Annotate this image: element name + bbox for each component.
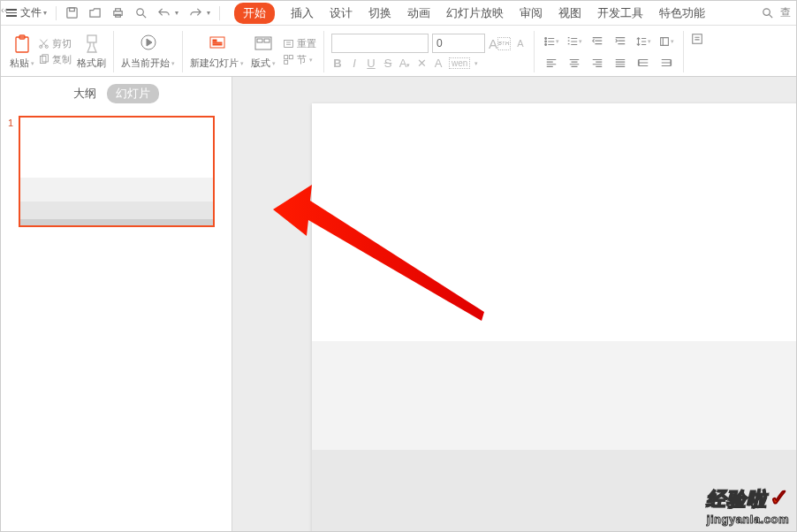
format-painter-icon[interactable] [81,34,102,55]
italic-button[interactable]: I [348,57,361,70]
svg-point-28 [545,43,547,45]
decrease-indent-button[interactable] [588,32,607,51]
text-align-vertical-button[interactable] [691,33,703,45]
play-icon[interactable] [138,34,159,55]
increase-indent-button[interactable] [611,32,630,51]
bold-button[interactable]: B [331,57,344,70]
svg-rect-13 [87,35,96,42]
svg-rect-20 [257,39,262,42]
file-menu[interactable]: 文件 [20,5,42,20]
slide-panel: ‹‹ 大纲 幻灯片 1 [1,77,232,532]
svg-point-6 [763,9,770,16]
decrease-font-icon[interactable]: A [514,38,527,49]
svg-rect-0 [66,8,76,18]
svg-rect-17 [213,42,222,43]
menu-bar: 文件 ▾ ▾ ▾ 开始 插入 设计 切换 动画 幻灯片放映 审阅 视图 开发工具… [1,1,796,26]
outline-tab[interactable]: 大纲 [73,86,96,102]
tab-devtools[interactable]: 开发工具 [597,5,643,21]
text-direction-button[interactable]: ▾ [657,32,676,51]
tab-start[interactable]: 开始 [234,3,275,24]
undo-icon[interactable] [152,2,175,25]
indent-right-button[interactable] [657,53,676,72]
align-left-button[interactable] [542,53,561,72]
open-icon[interactable] [83,2,106,25]
ribbon: 粘贴▾ 剪切 复制 格式刷 从当前开始▾ 新建幻灯片▾ 版式▾ 重置 节▾ [1,26,796,77]
svg-rect-24 [289,56,292,59]
collapse-panel-icon[interactable]: ‹‹ [1,4,7,15]
bullets-button[interactable]: ▾ [542,32,561,51]
section-button[interactable]: 节▾ [283,53,316,66]
tab-slideshow[interactable]: 幻灯片放映 [446,5,504,21]
align-center-button[interactable] [565,53,584,72]
svg-rect-21 [264,39,269,42]
slide[interactable] [312,103,796,532]
tab-design[interactable]: 设计 [330,5,353,21]
slide-number: 1 [8,118,13,128]
superscript-button[interactable]: A [432,57,444,70]
cut-button[interactable]: 剪切 [38,37,72,50]
layout-icon[interactable] [253,34,274,55]
align-right-button[interactable] [588,53,607,72]
search-label: 查 [780,5,791,20]
layout-button[interactable]: 版式▾ [251,57,276,70]
paragraph-group: ▾ ▾ ▾ ▾ [542,32,676,72]
tab-transition[interactable]: 切换 [368,5,391,21]
increase-font-icon[interactable]: A [489,36,511,51]
print-icon[interactable] [106,2,129,25]
svg-rect-22 [285,40,293,47]
svg-rect-1 [69,8,74,11]
tab-review[interactable]: 审阅 [520,5,543,21]
slide-thumb-row: 1 [8,116,224,227]
clear-format-button[interactable]: ✕ [415,57,428,70]
phonetic-button[interactable]: wen [449,57,470,69]
tab-features[interactable]: 特色功能 [659,5,705,21]
redo-icon[interactable] [184,2,207,25]
ribbon-tabs: 开始 插入 设计 切换 动画 幻灯片放映 审阅 视图 开发工具 特色功能 [234,3,705,24]
watermark: 经验啦 ✓ jingyanla.com [706,484,789,526]
svg-rect-3 [115,9,120,11]
new-slide-icon[interactable] [207,34,228,55]
svg-rect-18 [213,44,222,45]
indent-left-button[interactable] [634,53,653,72]
svg-point-26 [545,37,547,39]
paste-button[interactable]: 粘贴▾ [10,57,34,70]
font-family-select[interactable] [331,34,429,53]
align-justify-button[interactable] [611,53,630,72]
search-icon[interactable] [755,2,778,25]
tab-animation[interactable]: 动画 [407,5,430,21]
save-icon[interactable] [60,2,83,25]
new-slide-button[interactable]: 新建幻灯片▾ [190,57,244,70]
font-color-button[interactable]: A▾ [398,57,411,70]
underline-button[interactable]: U [365,57,377,70]
copy-button[interactable]: 复制 [38,53,72,66]
font-size-select[interactable]: 0 [432,34,485,53]
preview-icon[interactable] [129,2,152,25]
slide-thumbnail[interactable] [19,116,215,227]
svg-rect-23 [285,56,288,59]
format-painter-button[interactable]: 格式刷 [77,57,106,70]
svg-rect-25 [285,60,288,64]
reset-button[interactable]: 重置 [283,37,316,50]
tab-view[interactable]: 视图 [558,5,581,21]
file-dropdown-icon[interactable]: ▾ [43,9,47,17]
line-spacing-button[interactable]: ▾ [634,32,653,51]
strike-button[interactable]: S [382,57,394,70]
tab-insert[interactable]: 插入 [291,5,314,21]
numbering-button[interactable]: ▾ [565,32,584,51]
svg-rect-29 [693,34,702,44]
svg-point-27 [545,41,547,42]
slide-canvas[interactable] [232,77,796,532]
menu-hamburger-icon[interactable] [6,9,17,17]
svg-rect-16 [213,40,216,42]
svg-point-5 [136,9,143,16]
slides-tab[interactable]: 幻灯片 [107,84,159,103]
from-current-button[interactable]: 从当前开始▾ [121,57,175,70]
paste-icon[interactable] [11,34,33,55]
